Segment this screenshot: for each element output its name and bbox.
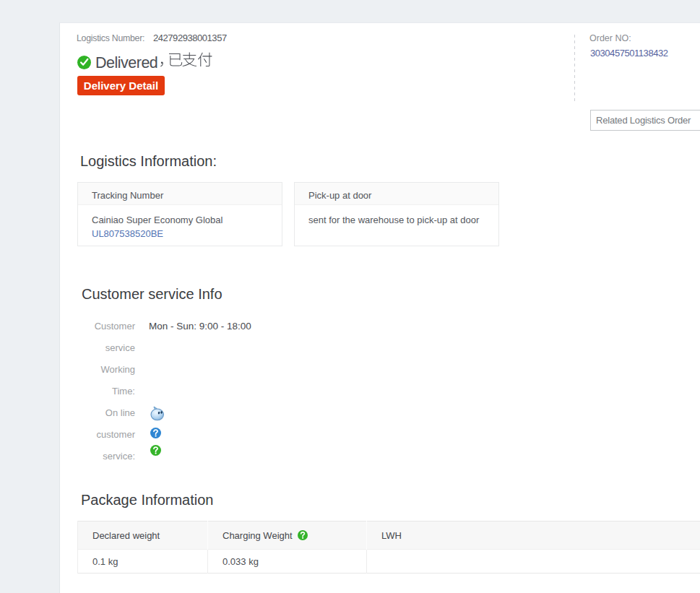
logistics-number-label: Logistics Number:	[77, 33, 144, 43]
status-text: Delivered	[95, 51, 213, 72]
package-information-heading: Package Information	[81, 492, 213, 508]
delivery-detail-button[interactable]: Delivery Detail	[77, 76, 165, 95]
dashed-divider	[574, 35, 575, 103]
working-time-value: Mon - Sun: 9:00 - 18:00	[149, 316, 251, 337]
pickup-card: Pick-up at door sent for the warehouse t…	[294, 182, 499, 246]
card-body: Cainiao Super Economy Global UL807538520…	[78, 205, 282, 241]
charging-weight-label: Charging Weight	[222, 530, 293, 541]
tracking-number-link[interactable]: UL807538520BE	[92, 227, 163, 241]
working-time-label: Customer service Working Time:	[77, 316, 135, 402]
table-header-row: Declared weight Charging Weight LWH	[78, 521, 700, 550]
tracking-number-card: Tracking Number Cainiao Super Economy Gl…	[77, 182, 282, 246]
status-row: Delivered	[77, 52, 213, 72]
icon-line	[150, 445, 161, 456]
logistics-information-heading: Logistics Information:	[80, 153, 217, 170]
col-lwh: LWH	[367, 521, 700, 550]
logistics-number-row: Logistics Number:242792938001357	[77, 33, 144, 43]
table-row: 0.1 kg 0.033 kg	[78, 550, 700, 573]
tracking-number-card-title: Tracking Number	[78, 183, 282, 205]
customer-service-heading: Customer service Info	[82, 286, 222, 303]
order-no-link[interactable]: 3030457501138432	[590, 48, 668, 59]
green-help-icon[interactable]	[150, 445, 161, 456]
delivered-check-icon	[77, 56, 91, 69]
charging-weight-value: 0.033 kg	[208, 550, 367, 573]
online-service-label: On line customer service:	[77, 402, 135, 467]
blue-help-icon[interactable]	[150, 428, 161, 438]
pickup-description: sent for the warehouse to pick-up at doo…	[308, 213, 485, 227]
declared-weight-value: 0.1 kg	[78, 550, 208, 573]
related-logistics-order-button[interactable]: Related Logistics Order	[590, 110, 700, 131]
card-body: sent for the warehouse to pick-up at doo…	[295, 205, 498, 227]
package-table: Declared weight Charging Weight LWH 0.1 …	[77, 521, 700, 573]
col-charging-weight: Charging Weight	[208, 521, 367, 550]
logistics-number-value: 242792938001357	[153, 33, 227, 43]
online-service-icons	[150, 402, 168, 460]
pickup-card-title: Pick-up at door	[295, 183, 498, 205]
status-cjk-text	[157, 51, 213, 70]
lwh-value	[367, 550, 700, 573]
carrier-name: Cainiao Super Economy Global	[92, 213, 268, 227]
col-declared-weight: Declared weight	[78, 521, 208, 550]
status-text-en: Delivered	[95, 54, 157, 72]
order-no-label: Order NO:	[589, 33, 631, 43]
charging-weight-help-icon[interactable]	[298, 530, 308, 540]
icon-line	[150, 428, 161, 438]
wangwang-chat-icon[interactable]	[150, 406, 165, 421]
icon-line	[150, 406, 165, 424]
